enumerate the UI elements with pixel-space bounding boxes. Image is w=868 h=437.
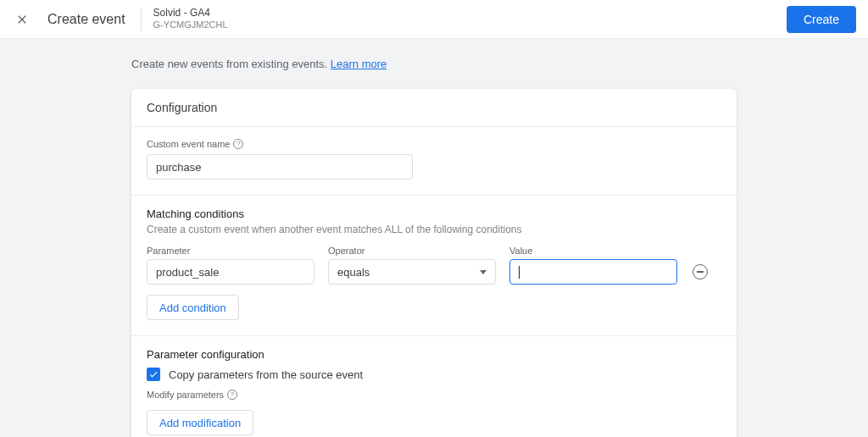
copy-params-checkbox[interactable] xyxy=(147,368,160,381)
condition-labels: Parameter Operator Value xyxy=(147,246,721,256)
remove-condition-icon[interactable] xyxy=(693,264,708,279)
value-input[interactable] xyxy=(509,259,677,285)
chevron-down-icon xyxy=(480,270,487,274)
matching-title: Matching conditions xyxy=(147,207,721,220)
help-icon[interactable]: ? xyxy=(227,390,237,400)
parameter-input[interactable] xyxy=(147,259,314,285)
modify-params-label: Modify parameters ? xyxy=(147,390,721,400)
content: Create new events from existing events. … xyxy=(0,39,868,437)
intro-text: Create new events from existing events. … xyxy=(131,58,737,70)
close-icon[interactable] xyxy=(12,9,32,30)
copy-params-label: Copy parameters from the source event xyxy=(169,368,363,381)
header: Create event Solvid - GA4 G-YCMGJM2CHL C… xyxy=(0,0,868,39)
page-title: Create event xyxy=(47,12,125,27)
divider xyxy=(141,8,142,31)
create-button[interactable]: Create xyxy=(787,6,856,33)
col-value: Value xyxy=(509,246,677,256)
text-cursor xyxy=(519,266,520,279)
condition-row: equals xyxy=(147,259,721,285)
account-name: Solvid - GA4 xyxy=(153,7,228,19)
custom-event-name-input[interactable] xyxy=(147,154,413,180)
intro-copy: Create new events from existing events. xyxy=(131,58,331,70)
account-block: Solvid - GA4 G-YCMGJM2CHL xyxy=(153,7,228,31)
matching-subtitle: Create a custom event when another event… xyxy=(147,224,721,235)
param-config-title: Parameter configuration xyxy=(147,348,721,361)
add-modification-button[interactable]: Add modification xyxy=(147,410,253,435)
header-left: Create event Solvid - GA4 G-YCMGJM2CHL xyxy=(12,7,228,31)
help-icon[interactable]: ? xyxy=(233,139,243,149)
learn-more-link[interactable]: Learn more xyxy=(331,58,387,70)
card-title: Configuration xyxy=(131,89,737,127)
configuration-card: Configuration Custom event name ? Matchi… xyxy=(131,89,737,437)
operator-select[interactable]: equals xyxy=(328,259,496,285)
section-matching: Matching conditions Create a custom even… xyxy=(131,196,737,336)
account-id: G-YCMGJM2CHL xyxy=(153,19,228,31)
copy-params-row: Copy parameters from the source event xyxy=(147,368,721,381)
section-param-config: Parameter configuration Copy parameters … xyxy=(131,336,737,437)
operator-value: equals xyxy=(337,266,370,279)
add-condition-button[interactable]: Add condition xyxy=(147,295,239,320)
col-parameter: Parameter xyxy=(147,246,314,256)
event-name-label: Custom event name ? xyxy=(147,139,721,149)
section-event-name: Custom event name ? xyxy=(131,127,737,196)
col-operator: Operator xyxy=(328,246,496,256)
